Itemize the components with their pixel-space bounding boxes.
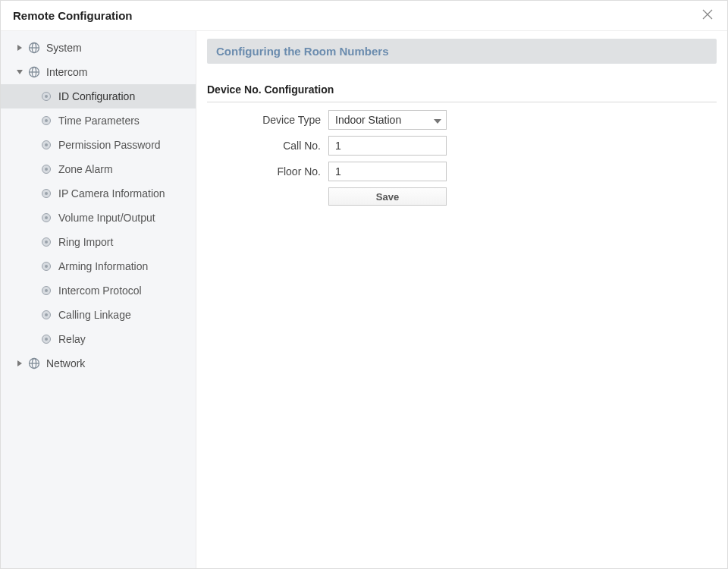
chevron-right-icon xyxy=(16,44,24,52)
sidebar-subitem-label: Volume Input/Output xyxy=(58,212,155,224)
sidebar-item-intercom[interactable]: Intercom xyxy=(1,60,196,84)
sidebar-subitem-label: Zone Alarm xyxy=(58,163,113,175)
floor-no-input[interactable] xyxy=(328,162,447,181)
sidebar-subitem-label: Permission Password xyxy=(58,139,161,151)
gear-icon xyxy=(40,236,52,248)
globe-icon xyxy=(28,357,40,369)
window-body: System Intercom xyxy=(1,31,727,568)
sidebar-subitem-label: Arming Information xyxy=(58,260,148,272)
sidebar-item-system[interactable]: System xyxy=(1,36,196,60)
globe-icon xyxy=(28,42,40,54)
svg-point-23 xyxy=(45,240,48,244)
svg-marker-6 xyxy=(17,70,23,74)
gear-icon xyxy=(40,309,52,321)
sidebar-subitem-arming-information[interactable]: Arming Information xyxy=(1,254,196,278)
sidebar-subitem-zone-alarm[interactable]: Zone Alarm xyxy=(1,157,196,181)
gear-icon xyxy=(40,212,52,224)
gear-icon xyxy=(40,187,52,200)
sidebar-subitem-id-configuration[interactable]: ID Configuration xyxy=(1,84,196,108)
svg-point-11 xyxy=(45,95,48,98)
sidebar-subitem-time-parameters[interactable]: Time Parameters xyxy=(1,108,196,133)
gear-icon xyxy=(40,115,52,127)
globe-icon xyxy=(28,66,40,78)
svg-marker-2 xyxy=(17,45,22,51)
svg-point-25 xyxy=(45,265,48,268)
sidebar-subitem-label: Time Parameters xyxy=(58,115,140,127)
sidebar-subitem-calling-linkage[interactable]: Calling Linkage xyxy=(1,303,196,327)
gear-icon xyxy=(40,163,52,175)
sidebar: System Intercom xyxy=(1,31,196,568)
device-type-select[interactable]: Indoor Station xyxy=(328,110,447,130)
row-device-type: Device Type Indoor Station xyxy=(207,110,717,130)
sidebar-subitem-ip-camera-information[interactable]: IP Camera Information xyxy=(1,181,196,206)
close-button[interactable] xyxy=(701,8,717,24)
gear-icon xyxy=(40,260,52,272)
content-area: Configuring the Room Numbers Device No. … xyxy=(196,31,727,568)
chevron-down-icon xyxy=(16,68,24,76)
svg-point-13 xyxy=(45,119,48,122)
row-floor-no: Floor No. xyxy=(207,162,717,181)
sidebar-subitem-ring-import[interactable]: Ring Import xyxy=(1,230,196,254)
page-banner: Configuring the Room Numbers xyxy=(207,39,717,64)
sidebar-subitem-label: Relay xyxy=(58,333,86,345)
remote-config-window: Remote Configuration xyxy=(0,0,728,569)
sidebar-subitem-label: ID Configuration xyxy=(58,90,135,102)
sidebar-subitem-label: Intercom Protocol xyxy=(58,284,142,297)
window-title: Remote Configuration xyxy=(13,9,133,22)
sidebar-subitem-permission-password[interactable]: Permission Password xyxy=(1,133,196,157)
sidebar-item-label: System xyxy=(46,42,82,54)
sidebar-subitem-relay[interactable]: Relay xyxy=(1,327,196,351)
titlebar: Remote Configuration xyxy=(1,1,727,31)
gear-icon xyxy=(40,139,52,151)
sidebar-item-label: Network xyxy=(46,357,85,369)
device-type-label: Device Type xyxy=(207,114,328,126)
chevron-right-icon xyxy=(16,360,24,367)
gear-icon xyxy=(40,90,52,102)
sidebar-item-network[interactable]: Network xyxy=(1,351,196,376)
call-no-input[interactable] xyxy=(328,136,447,156)
floor-no-label: Floor No. xyxy=(207,165,328,178)
svg-point-31 xyxy=(45,338,48,341)
svg-point-17 xyxy=(45,168,48,171)
sidebar-subitem-intercom-protocol[interactable]: Intercom Protocol xyxy=(1,278,196,303)
svg-point-15 xyxy=(45,143,48,146)
sidebar-item-label: Intercom xyxy=(46,66,87,78)
sidebar-subitem-label: IP Camera Information xyxy=(58,187,165,200)
section-title: Device No. Configuration xyxy=(207,83,717,102)
gear-icon xyxy=(40,333,52,345)
close-icon xyxy=(701,11,714,23)
sidebar-intercom-children: ID Configuration Time Parameters Permiss… xyxy=(1,84,196,351)
svg-marker-36 xyxy=(434,119,441,124)
device-type-value: Indoor Station xyxy=(335,114,401,126)
gear-icon xyxy=(40,284,52,297)
svg-marker-32 xyxy=(17,360,22,366)
save-button[interactable]: Save xyxy=(328,187,447,206)
svg-point-19 xyxy=(45,192,48,195)
sidebar-subitem-label: Calling Linkage xyxy=(58,309,131,321)
sidebar-subitem-volume-io[interactable]: Volume Input/Output xyxy=(1,206,196,230)
sidebar-subitem-label: Ring Import xyxy=(58,236,113,248)
svg-point-21 xyxy=(45,216,48,219)
caret-down-icon xyxy=(434,114,441,126)
svg-point-27 xyxy=(45,289,48,292)
row-call-no: Call No. xyxy=(207,136,717,156)
row-save: Save xyxy=(207,187,717,206)
call-no-label: Call No. xyxy=(207,140,328,152)
svg-point-29 xyxy=(45,313,48,316)
